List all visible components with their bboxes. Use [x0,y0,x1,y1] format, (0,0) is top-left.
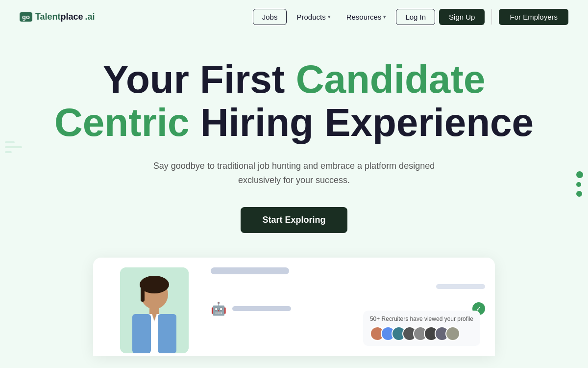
side-dot-3 [576,191,582,197]
dashboard-content: 🤖 ✓ 50+ Recruiters have viewed your prof… [211,267,485,351]
navbar: go Talentplace .ai Jobs Products ▾ Resou… [0,0,588,33]
svg-rect-3 [141,285,145,302]
nav-links: Jobs Products ▾ Resources ▾ Log In Sign … [253,9,568,25]
recruiters-panel: 50+ Recruiters have viewed your profile [363,311,480,346]
android-label-bar [232,306,291,311]
resources-button[interactable]: Resources ▾ [341,9,392,25]
content-bar-2 [436,284,485,289]
start-exploring-button[interactable]: Start Exploring [241,207,347,233]
left-line-2 [5,146,22,148]
recruiters-label: 50+ Recruiters have viewed your profile [370,315,473,322]
left-decoration [5,141,22,153]
profile-card [108,265,201,356]
recruiters-avatars [370,326,473,341]
products-button[interactable]: Products ▾ [291,9,336,25]
signup-button[interactable]: Sign Up [439,9,485,25]
left-line-1 [5,141,15,143]
side-dot-1 [576,171,583,178]
profile-avatar [120,267,189,353]
svg-rect-6 [132,314,151,353]
products-chevron-icon: ▾ [328,14,331,20]
nav-divider [491,9,492,25]
logo-brand-text: Talentplace [35,12,83,22]
recruiter-avatar-8 [445,326,460,341]
logo-go-badge: go [20,12,32,22]
hero-title: Your First Candidate Centric Hiring Expe… [20,58,568,144]
dashboard-preview: 🤖 ✓ 50+ Recruiters have viewed your prof… [93,258,495,356]
person-illustration [120,267,189,353]
logo[interactable]: go Talentplace .ai [20,12,95,22]
hero-section: Your First Candidate Centric Hiring Expe… [0,33,588,356]
side-dot-2 [576,182,581,187]
logo-ai-text: .ai [85,12,95,22]
svg-rect-7 [158,314,176,353]
employers-button[interactable]: For Employers [499,9,568,25]
android-icon: 🤖 [211,301,226,316]
resources-chevron-icon: ▾ [383,14,386,20]
jobs-button[interactable]: Jobs [253,9,287,25]
left-line-3 [5,151,12,153]
hero-subtitle: Say goodbye to traditional job hunting a… [137,159,451,187]
content-bar-1 [211,267,289,274]
login-button[interactable]: Log In [396,9,435,25]
side-dots [576,171,583,197]
